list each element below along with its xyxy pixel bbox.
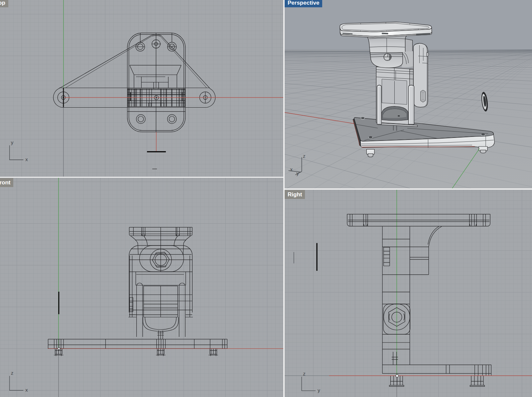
svg-text:y: y	[11, 140, 14, 145]
svg-text:z: z	[303, 371, 306, 376]
svg-text:x: x	[25, 156, 28, 162]
svg-text:y: y	[318, 387, 320, 393]
svg-text:y: y	[297, 170, 299, 176]
svg-text:x: x	[290, 166, 293, 172]
svg-text:x: x	[25, 387, 28, 393]
svg-text:z: z	[303, 153, 306, 159]
svg-text:z: z	[11, 370, 14, 376]
